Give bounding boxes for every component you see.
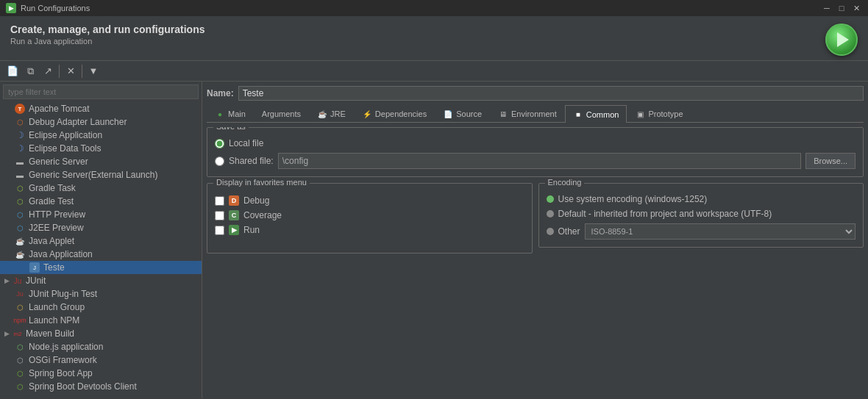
favorites-title: Display in favorites menu bbox=[213, 178, 310, 187]
sidebar-item-spring-devtools[interactable]: ⬡ Spring Boot Devtools Client bbox=[0, 380, 202, 393]
name-input[interactable] bbox=[238, 86, 864, 101]
sidebar-item-junit-plugin[interactable]: Ju JUnit Plug-in Test bbox=[0, 287, 202, 301]
tab-label: Prototype bbox=[648, 109, 683, 118]
junit-icon: Ju bbox=[13, 276, 23, 286]
shared-file-label: Shared file: bbox=[229, 156, 274, 166]
fav-coverage-checkbox[interactable] bbox=[215, 211, 224, 220]
sidebar-item-label: Gradle Test bbox=[29, 196, 74, 206]
sidebar-item-eclipse-data[interactable]: ☽ Eclipse Data Tools bbox=[0, 142, 202, 155]
sidebar-item-spring-boot[interactable]: ⬡ Spring Boot App bbox=[0, 367, 202, 380]
sidebar-item-label: Maven Build bbox=[26, 328, 74, 339]
sidebar-item-label: Generic Server(External Launch) bbox=[29, 170, 157, 180]
run-icon bbox=[837, 32, 849, 47]
two-col-section: Display in favorites menu D Debug C Cove… bbox=[207, 183, 864, 254]
sidebar-item-java-applet[interactable]: ☕ Java Applet bbox=[0, 234, 202, 248]
tab-dependencies[interactable]: ⚡ Dependencies bbox=[354, 105, 435, 122]
sidebar-item-label: Java Applet bbox=[29, 236, 74, 246]
fav-run-label: Run bbox=[243, 225, 260, 235]
debug-icon: ⬡ bbox=[15, 117, 25, 127]
export-button[interactable]: ↗ bbox=[40, 63, 56, 79]
eclipse-icon: ☽ bbox=[15, 130, 25, 140]
fav-run: ▶ Run bbox=[215, 223, 524, 237]
sidebar-item-junit[interactable]: ▶ Ju JUnit bbox=[0, 274, 202, 287]
tab-label: Source bbox=[456, 109, 482, 118]
name-label: Name: bbox=[207, 88, 234, 98]
sidebar-item-osgi[interactable]: ⬡ OSGi Framework bbox=[0, 353, 202, 367]
titlebar: ▶ Run Configurations ─ □ ✕ bbox=[0, 0, 868, 16]
tab-prototype[interactable]: ▣ Prototype bbox=[627, 105, 691, 122]
tab-source[interactable]: 📄 Source bbox=[435, 105, 490, 122]
dep-icon: ⚡ bbox=[362, 109, 372, 119]
generic-icon: ▬ bbox=[15, 157, 25, 167]
fav-debug-label: Debug bbox=[243, 195, 269, 206]
sidebar-item-label: Gradle Task bbox=[29, 183, 76, 193]
tab-label: Dependencies bbox=[375, 109, 427, 118]
browse-button[interactable]: Browse... bbox=[805, 153, 855, 169]
java-applet-icon: ☕ bbox=[15, 236, 25, 246]
tab-common[interactable]: ■ Common bbox=[565, 105, 627, 123]
sidebar-item-label: Launch NPM bbox=[29, 315, 79, 326]
duplicate-button[interactable]: ⧉ bbox=[22, 63, 38, 79]
sidebar-item-label: Eclipse Application bbox=[29, 130, 102, 140]
sidebar-item-debug-adapter[interactable]: ⬡ Debug Adapter Launcher bbox=[0, 115, 202, 129]
sidebar-item-launch-npm[interactable]: npm Launch NPM bbox=[0, 314, 202, 327]
tab-label: Main bbox=[228, 109, 246, 118]
tab-environment[interactable]: 🖥 Environment bbox=[490, 105, 565, 122]
sidebar-item-generic-server[interactable]: ▬ Generic Server bbox=[0, 155, 202, 168]
generic-ext-icon: ▬ bbox=[15, 170, 25, 180]
sidebar-item-label: OSGi Framework bbox=[29, 355, 97, 365]
sidebar-item-launch-group[interactable]: ⬡ Launch Group bbox=[0, 301, 202, 314]
minimize-button[interactable]: ─ bbox=[821, 2, 833, 14]
tree-list: T Apache Tomcat ⬡ Debug Adapter Launcher… bbox=[0, 102, 202, 398]
favorites-content: D Debug C Coverage ▶ Run bbox=[207, 184, 532, 244]
main-icon: ● bbox=[215, 109, 225, 119]
eclipse-data-icon: ☽ bbox=[15, 143, 25, 154]
sidebar-item-maven[interactable]: ▶ m2 Maven Build bbox=[0, 327, 202, 340]
shared-file-input[interactable] bbox=[278, 153, 801, 169]
gradle-icon: ⬡ bbox=[15, 183, 25, 193]
sidebar-item-eclipse-app[interactable]: ☽ Eclipse Application bbox=[0, 129, 202, 142]
sidebar-item-apache-tomcat[interactable]: T Apache Tomcat bbox=[0, 102, 202, 115]
tab-main[interactable]: ● Main bbox=[207, 105, 254, 122]
local-file-radio[interactable] bbox=[215, 139, 224, 148]
sidebar-item-http-preview[interactable]: ⬡ HTTP Preview bbox=[0, 208, 202, 221]
close-button[interactable]: ✕ bbox=[850, 2, 862, 14]
delete-button[interactable]: ✕ bbox=[63, 63, 79, 79]
filter-button[interactable]: ▼ bbox=[85, 63, 102, 79]
titlebar-left: ▶ Run Configurations bbox=[6, 3, 90, 13]
sidebar-item-label: Spring Boot App bbox=[29, 368, 93, 378]
encoding-select[interactable]: ISO-8859-1 bbox=[585, 223, 855, 240]
teste-icon: J bbox=[29, 262, 40, 273]
sidebar-item-gradle-task[interactable]: ⬡ Gradle Task bbox=[0, 181, 202, 195]
encoding-other-row: Other ISO-8859-1 bbox=[547, 223, 856, 240]
local-file-row: Local file bbox=[215, 138, 855, 148]
sidebar-item-j2ee[interactable]: ⬡ J2EE Preview bbox=[0, 221, 202, 234]
npm-icon: npm bbox=[15, 315, 25, 326]
common-icon: ■ bbox=[573, 109, 583, 120]
main-layout: T Apache Tomcat ⬡ Debug Adapter Launcher… bbox=[0, 82, 868, 398]
sidebar-item-java-app[interactable]: ☕ Java Application bbox=[0, 248, 202, 261]
sidebar-item-gradle-test[interactable]: ⬡ Gradle Test bbox=[0, 195, 202, 208]
shared-file-radio[interactable] bbox=[215, 157, 224, 166]
favorites-col: Display in favorites menu D Debug C Cove… bbox=[207, 183, 533, 254]
app-icon: ▶ bbox=[6, 3, 16, 13]
tab-jre[interactable]: ☕ JRE bbox=[309, 105, 354, 122]
toolbar: 📄 ⧉ ↗ ✕ ▼ bbox=[0, 61, 868, 82]
sidebar-item-generic-server-ext[interactable]: ▬ Generic Server(External Launch) bbox=[0, 168, 202, 181]
filter-input[interactable] bbox=[3, 85, 199, 99]
maximize-button[interactable]: □ bbox=[836, 2, 847, 14]
sidebar-item-nodejs[interactable]: ⬡ Node.js application bbox=[0, 340, 202, 353]
sidebar-item-teste[interactable]: J Teste bbox=[0, 261, 202, 274]
save-as-title: Save as bbox=[213, 127, 249, 131]
env-icon: 🖥 bbox=[498, 109, 508, 119]
titlebar-controls: ─ □ ✕ bbox=[821, 2, 862, 14]
run-button[interactable] bbox=[825, 24, 858, 56]
sidebar-item-label: J2EE Preview bbox=[29, 223, 84, 233]
fav-run-checkbox[interactable] bbox=[215, 226, 224, 235]
new-config-button[interactable]: 📄 bbox=[4, 63, 21, 79]
sidebar-item-label: Generic Server bbox=[29, 157, 88, 167]
fav-debug-checkbox[interactable] bbox=[215, 196, 224, 206]
fav-debug: D Debug bbox=[215, 194, 524, 207]
header: Create, manage, and run configurations R… bbox=[0, 16, 868, 61]
tab-arguments[interactable]: Arguments bbox=[254, 105, 309, 122]
